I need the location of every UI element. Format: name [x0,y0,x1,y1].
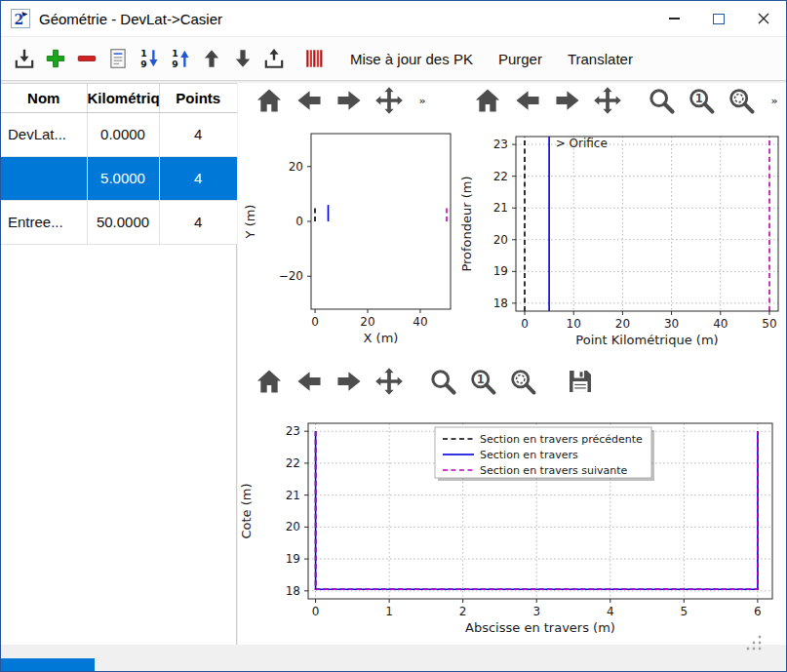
home-icon[interactable] [473,86,502,115]
svg-text:19: 19 [286,552,300,566]
close-button[interactable] [741,1,786,36]
cell-nom[interactable]: DevLat... [1,112,87,156]
svg-text:»: » [418,95,425,107]
zoom-region-icon[interactable] [508,367,537,396]
svg-text:18: 18 [493,296,508,310]
svg-text:0: 0 [311,315,319,329]
save-icon[interactable] [566,367,595,396]
svg-text:−20: −20 [279,269,303,283]
svg-text:4: 4 [607,605,614,618]
update-pk-button[interactable]: Mise à jour des PK [340,46,483,72]
minimize-button[interactable] [651,1,696,36]
minimize-icon [669,18,680,20]
cell-points[interactable]: 4 [159,200,237,244]
column-header[interactable]: Kilométrique [87,84,159,112]
cell-pk[interactable]: 50.0000 [87,200,159,244]
svg-text:22: 22 [286,456,300,470]
svg-text:19: 19 [493,264,508,278]
svg-text:Point Kilométrique (m): Point Kilométrique (m) [575,333,718,347]
svg-text:Abscisse en travers (m): Abscisse en travers (m) [465,620,615,635]
zoom-icon[interactable] [647,86,676,115]
app-icon: 2 [11,9,30,28]
column-header[interactable]: Points [159,84,237,112]
translate-button[interactable]: Translater [558,46,643,72]
zoom-1-icon[interactable]: 1 [468,367,497,396]
zoom-1-icon[interactable]: 1 [687,86,716,115]
svg-text:1: 1 [385,605,393,618]
zoom-region-icon[interactable] [727,86,756,115]
svg-text:Section en travers suivante: Section en travers suivante [480,464,627,477]
add-icon[interactable] [44,47,67,70]
remove-icon[interactable] [75,47,98,70]
svg-text:30: 30 [664,317,679,331]
zoom-icon[interactable] [428,367,457,396]
app-window: 2 Géométrie - DevLat->Casier 1919 Mise à… [0,0,787,672]
svg-text:20: 20 [493,233,508,247]
svg-text:1: 1 [172,48,177,59]
svg-text:1: 1 [140,48,146,59]
cell-nom[interactable] [1,156,87,200]
maximize-button[interactable] [696,1,741,36]
main-toolbar: 1919 Mise à jour des PK Purger Translate… [1,36,786,81]
profile-plot[interactable]: 01020304050181920212223Point Kilométriqu… [459,124,787,360]
cell-pk[interactable]: 5.0000 [87,156,159,200]
move-down-icon[interactable] [231,47,255,70]
section-plot-toolbar: 1 [255,366,606,397]
svg-text:1: 1 [695,92,703,105]
table-row[interactable]: 5.00004 [1,156,237,200]
more-icon[interactable]: » [767,86,782,115]
forward-icon[interactable] [334,367,364,396]
forward-icon[interactable] [334,86,364,115]
svg-text:21: 21 [493,201,508,215]
home-icon[interactable] [255,367,284,396]
sort-descending-icon[interactable]: 19 [138,47,161,70]
home-icon[interactable] [255,86,284,115]
column-header[interactable]: Nom [1,84,87,112]
svg-text:X (m): X (m) [364,331,399,345]
svg-text:21: 21 [286,489,300,502]
window-title: Géométrie - DevLat->Casier [39,11,222,27]
table-row[interactable]: DevLat...0.00004 [1,112,237,156]
resize-grip[interactable] [743,632,765,653]
svg-text:50: 50 [762,317,776,331]
table-row[interactable]: Entree...50.00004 [1,200,237,244]
svg-text:23: 23 [493,138,508,151]
pan-icon[interactable] [374,86,404,115]
import-icon[interactable] [13,47,36,70]
svg-text:9: 9 [140,59,146,69]
properties-icon[interactable] [106,47,130,70]
plan-plot[interactable]: 02040−20020X (m)Y (m) [239,124,457,360]
cell-points[interactable]: 4 [159,112,237,156]
move-up-icon[interactable] [200,47,223,70]
svg-text:1: 1 [477,373,485,386]
pk-stripes-icon[interactable] [303,47,327,70]
more-icon[interactable]: » [414,86,430,115]
sort-ascending-icon[interactable]: 19 [169,47,192,70]
svg-text:Cote (m): Cote (m) [239,483,254,538]
back-icon[interactable] [295,367,324,396]
back-icon[interactable] [295,86,324,115]
plan-plot-toolbar: » [255,85,430,116]
svg-text:20: 20 [286,520,300,534]
pan-icon[interactable] [593,86,622,115]
purge-button[interactable]: Purger [489,46,552,72]
cell-nom[interactable]: Entree... [1,200,87,244]
export-icon[interactable] [262,47,286,70]
maximize-icon [713,14,725,24]
forward-icon[interactable] [553,86,582,115]
window-controls [651,1,786,36]
back-icon[interactable] [513,86,542,115]
cell-points[interactable]: 4 [159,156,237,200]
svg-text:Y (m): Y (m) [243,205,257,240]
toolbar-icon-group: 1919 [13,47,334,70]
svg-text:2: 2 [15,12,24,27]
svg-text:23: 23 [286,424,300,438]
cell-pk[interactable]: 0.0000 [87,112,159,156]
section-plot[interactable]: 0123456181920212223Abscisse en travers (… [239,411,787,645]
profile-plot-toolbar: 1» [473,85,782,116]
svg-text:10: 10 [567,317,581,331]
pan-icon[interactable] [374,367,404,396]
svg-text:0: 0 [295,215,303,228]
svg-text:20: 20 [360,315,374,329]
svg-text:0: 0 [312,605,320,618]
